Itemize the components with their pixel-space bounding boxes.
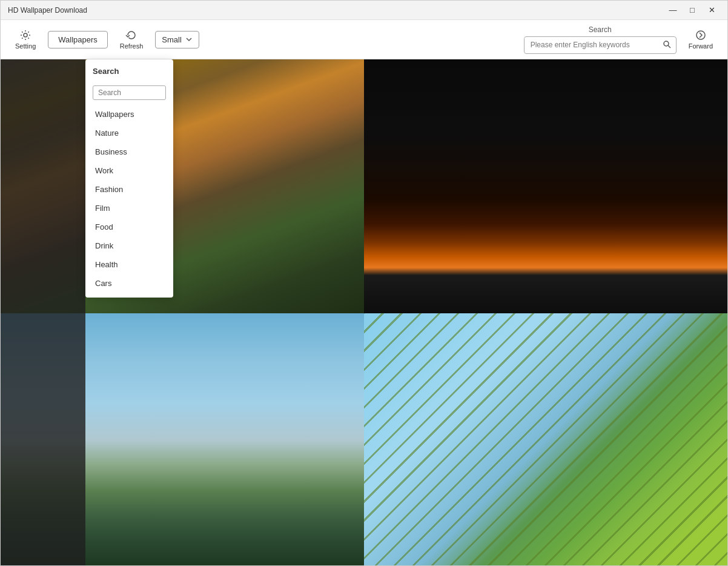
dropdown-item-nature[interactable]: Nature [85,124,173,142]
setting-button[interactable]: Setting [10,27,41,52]
dropdown-item-wallpapers[interactable]: Wallpapers [85,105,173,124]
refresh-icon [125,29,137,41]
gear-icon [19,29,31,41]
wallpaper-cell-4[interactable] [364,313,727,567]
svg-point-0 [24,33,27,37]
dropdown-search-input[interactable] [93,85,166,100]
dropdown-item-cars[interactable]: Cars [85,274,173,293]
search-input-wrap [524,36,677,54]
window-title: HD Wallpaper Download [8,6,87,15]
close-button[interactable]: ✕ [703,4,720,16]
forward-icon [695,29,707,41]
wallpapers-button[interactable]: Wallpapers [48,31,108,48]
main-area: Search Wallpapers Nature Business Work F… [1,59,727,566]
dropdown-item-business[interactable]: Business [85,142,173,161]
window-controls: — □ ✕ [664,4,720,16]
search-input[interactable] [524,38,658,52]
forward-button[interactable]: Forward [684,27,718,52]
maximize-button[interactable]: □ [684,4,701,16]
size-dropdown[interactable]: Small [155,31,199,48]
dropdown-search-wrap [85,81,173,105]
svg-point-3 [697,31,705,39]
dropdown-item-film[interactable]: Film [85,199,173,218]
dropdown-item-drink[interactable]: Drink [85,236,173,255]
svg-line-2 [668,45,670,48]
search-icon [663,40,671,48]
search-section-label: Search [589,25,612,34]
dropdown-header: Search [85,64,173,81]
toolbar: Setting Wallpapers Refresh Small Search [1,20,727,59]
dropdown-item-health[interactable]: Health [85,255,173,274]
wallpaper-cell-2[interactable] [364,59,727,313]
refresh-button[interactable]: Refresh [115,27,148,52]
svg-point-1 [664,41,669,46]
search-button[interactable] [658,37,676,53]
dropdown-item-work[interactable]: Work [85,161,173,180]
minimize-button[interactable]: — [664,4,681,16]
left-strip [1,59,85,566]
search-section: Search [524,25,677,54]
dropdown-item-fashion[interactable]: Fashion [85,180,173,199]
chevron-down-icon [185,36,193,43]
dropdown-menu: Search Wallpapers Nature Business Work F… [85,59,173,298]
setting-label: Setting [15,42,36,50]
title-bar: HD Wallpaper Download — □ ✕ [1,1,727,20]
dropdown-item-food[interactable]: Food [85,218,173,236]
